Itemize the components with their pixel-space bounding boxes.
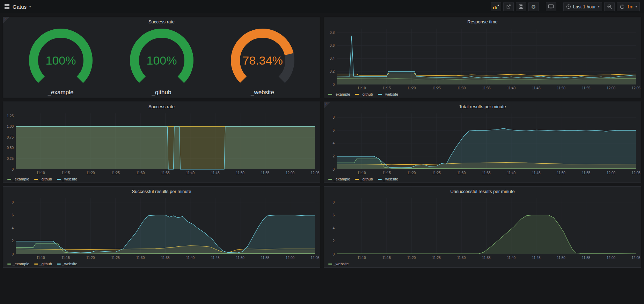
svg-text:2: 2 (332, 239, 335, 243)
svg-text:0.75: 0.75 (7, 135, 14, 139)
svg-text:11:15: 11:15 (382, 256, 391, 260)
legend-item-_github[interactable]: _github (355, 92, 373, 96)
response-time-chart[interactable]: 11:1011:1511:2011:2511:3011:3511:4011:45… (324, 25, 641, 91)
legend-marker (328, 179, 332, 180)
legend-label: _github (39, 177, 52, 181)
svg-text:11:40: 11:40 (507, 256, 516, 260)
share-icon (506, 4, 511, 9)
svg-text:11:45: 11:45 (532, 171, 541, 175)
svg-text:11:45: 11:45 (532, 256, 541, 260)
info-icon[interactable]: i (3, 17, 9, 23)
total-results-chart[interactable]: 11:1011:1511:2011:2511:3011:3511:4011:45… (324, 110, 641, 176)
svg-text:11:10: 11:10 (36, 256, 45, 260)
svg-text:12:00: 12:00 (286, 256, 294, 260)
svg-text:11:40: 11:40 (186, 171, 195, 175)
svg-text:0: 0 (12, 252, 14, 256)
info-icon[interactable]: i (324, 102, 330, 108)
panel-response-time: Response time 11:1011:1511:2011:2511:301… (324, 17, 641, 98)
panel-title[interactable]: Success rate (3, 102, 320, 110)
panel-total-results: i Total results per minute 11:1011:1511:… (324, 102, 641, 183)
legend-item-_github[interactable]: _github (355, 177, 373, 181)
dashboards-grid-icon[interactable] (4, 4, 10, 9)
zoom-out-icon (607, 4, 612, 9)
legend-item-_example[interactable]: _example (7, 177, 29, 181)
svg-text:1.25: 1.25 (7, 114, 14, 118)
svg-text:11:20: 11:20 (407, 256, 416, 260)
svg-text:11:40: 11:40 (507, 86, 516, 90)
svg-text:8: 8 (332, 200, 335, 204)
chart-legend: _example _github _website (324, 176, 641, 183)
svg-text:12:00: 12:00 (286, 171, 294, 175)
svg-text:11:45: 11:45 (532, 86, 541, 90)
svg-text:11:35: 11:35 (482, 86, 491, 90)
panel-unsuccessful-results: Unsuccessful results per minute 11:1011:… (324, 186, 641, 268)
svg-text:0: 0 (12, 168, 14, 171)
legend-item-_website[interactable]: _website (328, 262, 349, 266)
add-panel-icon (493, 4, 499, 9)
panel-success-rate-timeseries: Success rate 11:1011:1511:2011:2511:3011… (3, 102, 320, 183)
svg-text:11:25: 11:25 (111, 171, 120, 175)
legend-label: _example (334, 177, 350, 181)
navbar-left: Gatus ▾ (4, 4, 31, 10)
panel-title[interactable]: Unsuccessful results per minute (324, 187, 641, 195)
svg-text:1.00: 1.00 (7, 125, 14, 128)
panel-success-rate-gauges: i Success rate 100% _example 100% _githu… (3, 17, 320, 98)
panel-title[interactable]: Successful results per minute (3, 187, 320, 195)
svg-text:12:00: 12:00 (607, 86, 615, 90)
successful-results-chart[interactable]: 11:1011:1511:2011:2511:3011:3511:4011:45… (3, 195, 320, 260)
zoom-out-button[interactable] (604, 2, 615, 11)
svg-text:11:15: 11:15 (382, 171, 391, 175)
svg-text:4: 4 (12, 226, 14, 230)
svg-text:11:50: 11:50 (557, 256, 566, 260)
panel-title[interactable]: Total results per minute (324, 102, 641, 110)
svg-text:12:05: 12:05 (310, 171, 319, 175)
svg-text:11:30: 11:30 (136, 256, 145, 260)
svg-text:11:50: 11:50 (557, 171, 566, 175)
monitor-icon (548, 4, 554, 9)
refresh-button[interactable]: 1m ▾ (617, 2, 640, 11)
legend-marker (7, 264, 11, 265)
svg-text:11:45: 11:45 (211, 256, 220, 260)
gauge-_github: 100% _github (120, 27, 204, 96)
panel-title[interactable]: Success rate (3, 17, 320, 25)
legend-item-_website[interactable]: _website (378, 177, 398, 181)
svg-text:11:50: 11:50 (557, 86, 566, 90)
time-range-button[interactable]: Last 1 hour ▾ (563, 2, 602, 11)
svg-text:11:15: 11:15 (61, 171, 70, 175)
svg-text:11:15: 11:15 (382, 86, 391, 90)
svg-text:11:25: 11:25 (432, 86, 441, 90)
unsuccessful-results-chart[interactable]: 11:1011:1511:2011:2511:3011:3511:4011:45… (324, 195, 641, 260)
legend-label: _website (383, 92, 398, 96)
legend-item-_example[interactable]: _example (7, 262, 29, 266)
chart-legend: _example _github _website (3, 176, 320, 183)
legend-label: _website (62, 262, 77, 266)
save-button[interactable] (516, 2, 526, 11)
svg-text:2: 2 (12, 239, 14, 243)
save-icon (518, 4, 524, 9)
svg-text:8: 8 (12, 200, 14, 204)
cycle-view-button[interactable] (546, 2, 556, 11)
legend-item-_github[interactable]: _github (34, 262, 52, 266)
legend-item-_website[interactable]: _website (57, 262, 77, 266)
svg-text:11:10: 11:10 (36, 171, 45, 175)
add-panel-button[interactable] (491, 2, 501, 11)
svg-text:11:35: 11:35 (161, 171, 170, 175)
chart-legend: _website (324, 260, 641, 267)
panel-title[interactable]: Response time (324, 17, 641, 25)
svg-text:4: 4 (332, 226, 335, 230)
svg-text:11:25: 11:25 (111, 256, 120, 260)
chart-legend: _example _github _website (324, 91, 641, 98)
settings-button[interactable]: ⚙ (528, 2, 539, 11)
success-rate-chart[interactable]: 11:1011:1511:2011:2511:3011:3511:4011:45… (3, 110, 320, 176)
legend-item-_website[interactable]: _website (378, 92, 398, 96)
svg-text:11:40: 11:40 (186, 256, 195, 260)
svg-text:0.50: 0.50 (7, 146, 14, 150)
svg-text:11:20: 11:20 (407, 171, 416, 175)
legend-item-_github[interactable]: _github (34, 177, 52, 181)
share-button[interactable] (503, 2, 514, 11)
legend-item-_example[interactable]: _example (328, 177, 350, 181)
svg-text:11:50: 11:50 (236, 171, 245, 175)
dashboard-title[interactable]: Gatus (13, 4, 27, 10)
legend-item-_website[interactable]: _website (57, 177, 77, 181)
legend-item-_example[interactable]: _example (328, 92, 350, 96)
